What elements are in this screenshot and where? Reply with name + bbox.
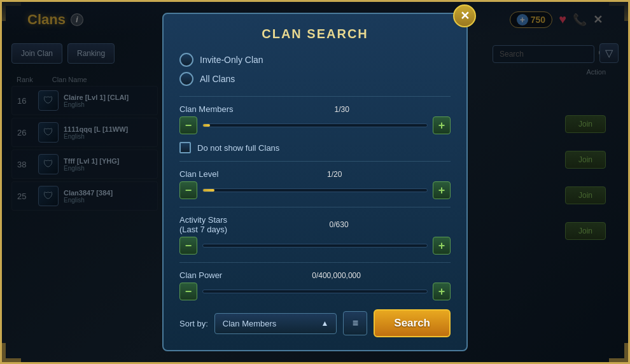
clan-power-track[interactable] (202, 290, 428, 293)
radio-invite-only[interactable]: Invite-Only Clan (179, 53, 451, 67)
activity-stars-value: 0/630 (227, 220, 451, 229)
slider-label-row: Clan Level 1/20 (179, 169, 451, 179)
radio-circle-invite (179, 53, 193, 67)
clan-power-label: Clan Power (179, 270, 222, 280)
divider-3 (179, 207, 451, 207)
activity-stars-section: Activity Stars (Last 7 days) 0/630 − + (179, 215, 451, 255)
clan-members-plus-button[interactable]: + (433, 116, 451, 134)
radio-group: Invite-Only Clan All Clans (179, 53, 451, 86)
slider-label-row: Clan Members 1/30 (179, 104, 451, 114)
do-not-show-full-checkbox[interactable] (179, 142, 191, 153)
game-frame: Clans i + 750 ♥ 📞 ✕ Join Clan Ranking Ra… (0, 0, 630, 364)
clan-members-slider-row: − + (179, 116, 451, 134)
clan-level-label: Clan Level (179, 169, 218, 179)
sort-order-button[interactable]: ≡ (343, 311, 367, 335)
clan-members-minus-button[interactable]: − (179, 116, 197, 134)
clan-members-section: Clan Members 1/30 − + (179, 104, 451, 134)
activity-stars-plus-button[interactable]: + (433, 237, 451, 255)
clan-level-value: 1/20 (218, 170, 451, 179)
clan-power-section: Clan Power 0/400,000,000 − + (179, 270, 451, 300)
checkbox-row[interactable]: Do not show full Clans (179, 142, 451, 153)
activity-stars-slider-row: − + (179, 237, 451, 255)
clan-power-minus-button[interactable]: − (179, 283, 197, 300)
radio-all-clans[interactable]: All Clans (179, 72, 451, 86)
modal-close-button[interactable]: ✕ (453, 4, 476, 27)
clan-search-modal: ✕ CLAN SEARCH Invite-Only Clan All Clans… (162, 13, 468, 351)
clan-power-plus-button[interactable]: + (433, 283, 451, 300)
clan-members-track[interactable] (202, 123, 428, 127)
clan-level-minus-button[interactable]: − (179, 181, 197, 199)
modal-overlay: ✕ CLAN SEARCH Invite-Only Clan All Clans… (2, 2, 628, 362)
divider-4 (179, 262, 451, 263)
radio-circle-all (179, 72, 193, 86)
sort-label: Sort by: (179, 319, 208, 328)
divider-1 (179, 96, 451, 97)
clan-members-value: 1/30 (234, 105, 451, 114)
clan-power-slider-row: − + (179, 283, 451, 300)
clan-members-label: Clan Members (179, 104, 234, 114)
clan-level-fill (203, 189, 214, 192)
search-button[interactable]: Search (374, 309, 451, 337)
divider-2 (179, 161, 451, 162)
radio-label-invite: Invite-Only Clan (200, 55, 263, 65)
slider-label-row: Clan Power 0/400,000,000 (179, 270, 451, 280)
chevron-up-icon: ▲ (321, 319, 328, 328)
clan-level-section: Clan Level 1/20 − + (179, 169, 451, 199)
checkbox-label: Do not show full Clans (197, 143, 279, 153)
sort-section: Sort by: Clan Members ▲ ≡ Search (179, 309, 451, 337)
sort-selected-value: Clan Members (223, 319, 277, 328)
sort-order-icon: ≡ (353, 318, 358, 329)
clan-level-slider-row: − + (179, 181, 451, 199)
sort-dropdown[interactable]: Clan Members ▲ (214, 313, 337, 334)
slider-label-row: Activity Stars (Last 7 days) 0/630 (179, 215, 451, 234)
clan-level-track[interactable] (202, 188, 428, 192)
radio-label-all: All Clans (200, 74, 235, 84)
activity-stars-label: Activity Stars (Last 7 days) (179, 215, 227, 234)
clan-members-fill (203, 124, 210, 127)
modal-title: CLAN SEARCH (179, 27, 451, 41)
activity-stars-minus-button[interactable]: − (179, 237, 197, 255)
clan-level-plus-button[interactable]: + (433, 181, 451, 199)
clan-power-value: 0/400,000,000 (222, 271, 451, 280)
activity-stars-track[interactable] (202, 244, 428, 248)
